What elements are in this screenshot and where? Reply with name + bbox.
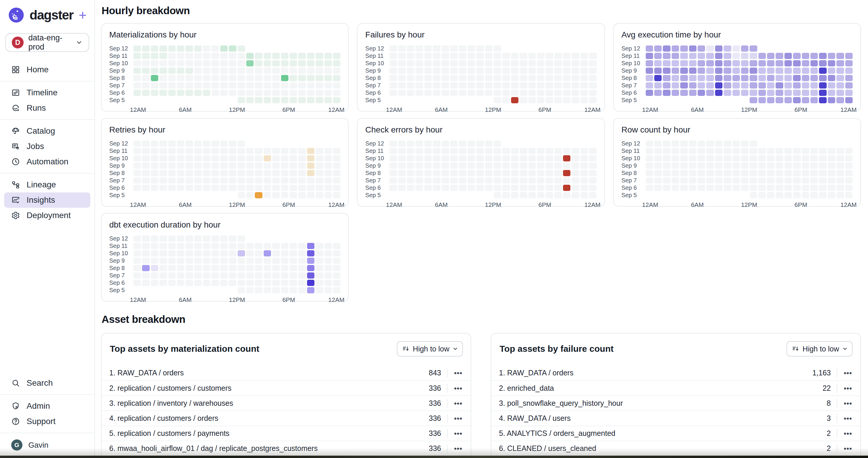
- sidebar-item-automation[interactable]: Automation: [0, 154, 94, 169]
- heatmap-cell[interactable]: [159, 45, 167, 52]
- heatmap-cell[interactable]: [468, 170, 475, 176]
- heatmap-cell[interactable]: [680, 75, 688, 81]
- heatmap-cell[interactable]: [398, 90, 406, 96]
- heatmap-cell[interactable]: [307, 272, 314, 279]
- heatmap-cell[interactable]: [316, 177, 323, 184]
- heatmap-cell[interactable]: [802, 163, 809, 169]
- heatmap-cell[interactable]: [450, 68, 458, 74]
- heatmap-cell[interactable]: [229, 185, 236, 191]
- heatmap-cell[interactable]: [563, 90, 570, 96]
- heatmap-cell[interactable]: [298, 243, 306, 249]
- heatmap-cell[interactable]: [211, 148, 219, 154]
- heatmap-cell[interactable]: [281, 170, 288, 176]
- heatmap-cell[interactable]: [571, 177, 579, 184]
- heatmap-cell[interactable]: [520, 68, 527, 74]
- heatmap-cell[interactable]: [706, 140, 714, 147]
- heatmap-cell[interactable]: [528, 155, 536, 161]
- heatmap-cell[interactable]: [767, 170, 774, 176]
- heatmap-cell[interactable]: [211, 163, 219, 169]
- heatmap-cell[interactable]: [589, 97, 596, 103]
- heatmap-cell[interactable]: [185, 185, 193, 191]
- table-row[interactable]: 4. replication / customers / orders336••…: [101, 411, 471, 426]
- heatmap-cell[interactable]: [255, 82, 262, 89]
- heatmap-cell[interactable]: [246, 258, 254, 264]
- heatmap-cell[interactable]: [646, 185, 653, 191]
- heatmap-cell[interactable]: [220, 82, 228, 89]
- heatmap-cell[interactable]: [845, 177, 852, 184]
- heatmap-cell[interactable]: [680, 163, 688, 169]
- heatmap-cell[interactable]: [698, 53, 705, 59]
- heatmap-cell[interactable]: [563, 185, 570, 191]
- heatmap-cell[interactable]: [133, 265, 141, 271]
- heatmap-cell[interactable]: [494, 140, 501, 147]
- heatmap-cell[interactable]: [750, 155, 757, 161]
- heatmap-cell[interactable]: [159, 75, 167, 81]
- heatmap-cell[interactable]: [672, 185, 679, 191]
- table-row[interactable]: 3. replication / inventory / warehouses3…: [101, 395, 471, 411]
- heatmap-cell[interactable]: [724, 185, 731, 191]
- heatmap-cell[interactable]: [272, 82, 280, 89]
- heatmap-cell[interactable]: [442, 163, 449, 169]
- heatmap-cell[interactable]: [324, 163, 332, 169]
- heatmap-cell[interactable]: [750, 192, 757, 198]
- heatmap-cell[interactable]: [646, 53, 653, 59]
- heatmap-cell[interactable]: [776, 82, 783, 89]
- heatmap-cell[interactable]: [415, 163, 423, 169]
- heatmap-cell[interactable]: [750, 60, 757, 66]
- heatmap-cell[interactable]: [433, 68, 440, 74]
- heatmap-cell[interactable]: [802, 170, 809, 176]
- heatmap-cell[interactable]: [733, 140, 740, 147]
- heatmap-cell[interactable]: [554, 97, 562, 103]
- heatmap-cell[interactable]: [698, 148, 705, 154]
- table-row[interactable]: 5. ANALYTICS / orders_augmented2•••: [491, 426, 860, 440]
- heatmap-cell[interactable]: [316, 97, 323, 103]
- heatmap-cell[interactable]: [298, 258, 306, 264]
- heatmap-cell[interactable]: [229, 177, 236, 184]
- heatmap-cell[interactable]: [654, 148, 662, 154]
- heatmap-cell[interactable]: [159, 60, 167, 66]
- heatmap-cell[interactable]: [281, 272, 288, 279]
- heatmap-cell[interactable]: [185, 243, 193, 249]
- heatmap-cell[interactable]: [220, 148, 228, 154]
- heatmap-cell[interactable]: [654, 140, 662, 147]
- heatmap-cell[interactable]: [307, 148, 314, 154]
- heatmap-cell[interactable]: [398, 53, 406, 59]
- heatmap-cell[interactable]: [442, 155, 449, 161]
- heatmap-cell[interactable]: [494, 68, 501, 74]
- heatmap-cell[interactable]: [810, 192, 818, 198]
- heatmap-cell[interactable]: [151, 235, 158, 242]
- heatmap-cell[interactable]: [563, 75, 570, 81]
- heatmap-cell[interactable]: [168, 68, 176, 74]
- heatmap-cell[interactable]: [528, 177, 536, 184]
- heatmap-cell[interactable]: [450, 177, 458, 184]
- heatmap-cell[interactable]: [494, 170, 501, 176]
- heatmap-cell[interactable]: [554, 82, 562, 89]
- heatmap-cell[interactable]: [246, 170, 254, 176]
- heatmap-cell[interactable]: [733, 82, 740, 89]
- heatmap-cell[interactable]: [511, 163, 519, 169]
- heatmap-cell[interactable]: [715, 82, 722, 89]
- heatmap-cell[interactable]: [281, 192, 288, 198]
- heatmap-cell[interactable]: [706, 45, 714, 52]
- heatmap-cell[interactable]: [698, 60, 705, 66]
- heatmap-cell[interactable]: [520, 82, 527, 89]
- heatmap-cell[interactable]: [316, 280, 323, 286]
- heatmap-cell[interactable]: [390, 90, 397, 96]
- heatmap-cell[interactable]: [528, 148, 536, 154]
- heatmap-cell[interactable]: [494, 148, 501, 154]
- heatmap-cell[interactable]: [563, 53, 570, 59]
- heatmap-cell[interactable]: [828, 97, 835, 103]
- heatmap-cell[interactable]: [298, 60, 306, 66]
- heatmap-cell[interactable]: [324, 155, 332, 161]
- heatmap-cell[interactable]: [229, 265, 236, 271]
- heatmap-cell[interactable]: [415, 45, 423, 52]
- heatmap-cell[interactable]: [433, 170, 440, 176]
- heatmap-cell[interactable]: [255, 192, 262, 198]
- heatmap-cell[interactable]: [589, 155, 596, 161]
- heatmap-cell[interactable]: [494, 90, 501, 96]
- heatmap-cell[interactable]: [459, 170, 466, 176]
- heatmap-cell[interactable]: [646, 140, 653, 147]
- heatmap-cell[interactable]: [836, 90, 844, 96]
- heatmap-cell[interactable]: [220, 163, 228, 169]
- heatmap-cell[interactable]: [142, 280, 149, 286]
